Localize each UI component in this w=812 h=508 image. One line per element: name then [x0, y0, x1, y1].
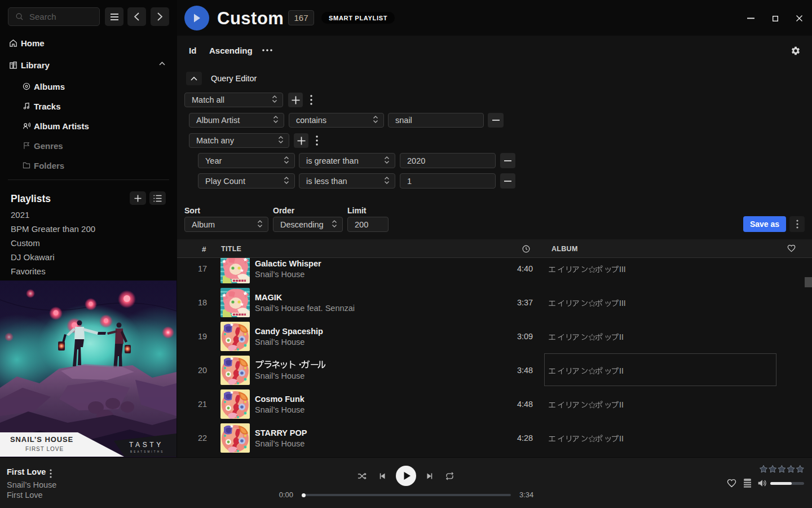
svg-text:TASTY: TASTY	[129, 441, 164, 449]
svg-text:SNAIL’S HOUSE: SNAIL’S HOUSE	[10, 435, 73, 444]
svg-text:FIRST LOVE: FIRST LOVE	[25, 446, 64, 452]
svg-text:BEATSMITHS: BEATSMITHS	[130, 450, 164, 453]
